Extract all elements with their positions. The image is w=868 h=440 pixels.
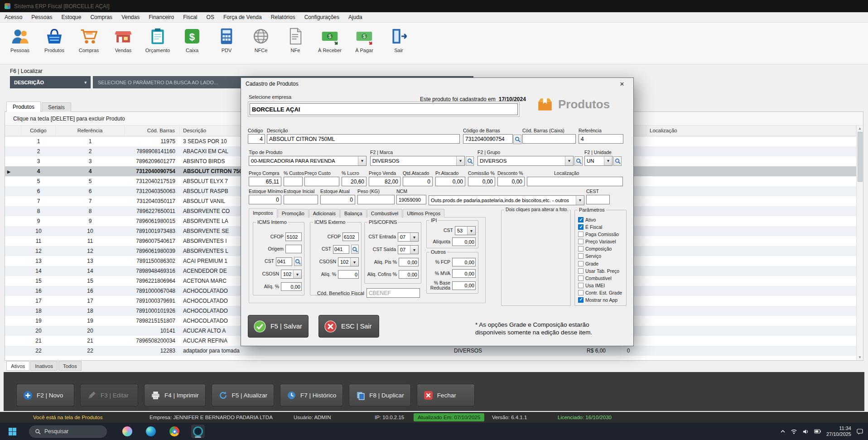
empresa-input[interactable] xyxy=(250,103,518,115)
icms-interno-aliq-input[interactable] xyxy=(281,282,302,291)
imprimir-button[interactable]: F4 | Imprimir xyxy=(144,384,206,406)
marca-select[interactable]: DIVERSOS xyxy=(370,156,465,166)
icms-externo-cst-input[interactable] xyxy=(333,245,349,254)
foto-box[interactable]: Dois cliques para alterar a foto. xyxy=(501,210,571,306)
tax-tab[interactable]: Ultimos Preços xyxy=(403,209,444,218)
checkbox[interactable] xyxy=(578,276,583,281)
cst-entrada-select[interactable]: 07 xyxy=(398,232,419,242)
atualizar-button[interactable]: F5 | Atualizar xyxy=(212,384,275,406)
sair-button[interactable]: ESC | Sair xyxy=(318,315,379,338)
table-row[interactable]: 22 22 12283 adaptador para tomada DIVERS… xyxy=(5,346,856,356)
icms-interno-origem-input[interactable] xyxy=(285,245,302,253)
chrome-icon[interactable] xyxy=(168,425,181,438)
menu-item[interactable]: Força de Venda xyxy=(219,12,266,22)
search-field-select[interactable]: DESCRIÇÃO ▾ xyxy=(10,76,91,88)
menu-item[interactable]: Acesso xyxy=(0,12,27,22)
tax-tab[interactable]: Impostos xyxy=(249,208,277,218)
cst-search-button[interactable] xyxy=(294,257,302,266)
menu-item[interactable]: Configurações xyxy=(300,12,344,22)
col-header-localizacao[interactable]: Localização xyxy=(646,126,856,136)
base-reduzida-input[interactable] xyxy=(452,281,476,290)
param-checkbox-row[interactable]: Ativo xyxy=(578,216,625,223)
param-checkbox-row[interactable]: Combustivel xyxy=(578,275,625,282)
tax-tab[interactable]: Adicionais xyxy=(309,209,340,218)
unidade-select[interactable]: UN xyxy=(584,156,612,166)
param-checkbox-row[interactable]: Contr. Est. Grade xyxy=(578,289,625,296)
aliq-pis-input[interactable] xyxy=(399,258,419,266)
volume-icon[interactable] xyxy=(802,428,809,435)
checkbox[interactable] xyxy=(578,246,583,251)
toolbar-pessoas[interactable]: Pessoas xyxy=(3,23,37,64)
checkbox[interactable] xyxy=(578,290,583,295)
menu-item[interactable]: Ajuda xyxy=(344,12,367,22)
view-tab[interactable]: Produtos xyxy=(6,102,41,112)
preco-compra-input[interactable] xyxy=(249,177,281,186)
toolbar-compras[interactable]: Compras xyxy=(72,23,106,64)
scroll-down-icon[interactable]: ▼ xyxy=(858,354,862,360)
param-checkbox-row[interactable]: Composição xyxy=(578,245,625,252)
icms-interno-cfop-input[interactable] xyxy=(285,232,302,241)
menu-item[interactable]: Estoque xyxy=(57,12,86,22)
barras-input[interactable] xyxy=(463,134,513,144)
barras-search-button[interactable] xyxy=(513,135,521,144)
menu-item[interactable]: Financeiro xyxy=(144,12,178,22)
filter-tab[interactable]: Todos xyxy=(58,361,82,371)
barras-caixa-input[interactable] xyxy=(522,134,576,144)
notifications-icon[interactable] xyxy=(856,428,863,435)
preco-venda-input[interactable] xyxy=(369,177,400,186)
erp-app-icon[interactable] xyxy=(191,425,205,438)
cest-input[interactable] xyxy=(586,195,610,204)
icms-interno-cst-input[interactable] xyxy=(276,257,292,266)
fcp-input[interactable] xyxy=(452,258,476,266)
ipi-cst-select[interactable]: 53 xyxy=(455,226,476,235)
custos-input[interactable] xyxy=(284,177,303,186)
grupo-select[interactable]: DIVERSOS xyxy=(477,156,574,166)
tax-tab[interactable]: Combustivel xyxy=(367,209,403,218)
view-tab[interactable]: Seriais xyxy=(42,102,71,112)
unidade-search-button[interactable] xyxy=(613,156,622,166)
start-button[interactable] xyxy=(5,425,19,438)
cst-search-button[interactable] xyxy=(351,245,359,254)
salvar-button[interactable]: F5 | Salvar xyxy=(248,315,309,338)
marca-search-button[interactable] xyxy=(466,156,474,166)
toolbar-a-receber[interactable]: $ À Receber xyxy=(313,23,347,64)
wifi-icon[interactable] xyxy=(791,428,797,435)
estoque-atual-input[interactable] xyxy=(320,195,355,204)
toolbar-caixa[interactable]: $ Caixa xyxy=(175,23,209,64)
historico-button[interactable]: F7 | Histórico xyxy=(280,384,343,406)
ncm-desc-select[interactable]: Outs.prods.de padaria,pastelaria,inds.de… xyxy=(429,195,584,205)
checkbox[interactable] xyxy=(578,268,583,274)
estoque-minimo-input[interactable] xyxy=(249,195,281,204)
icms-interno-csosn-select[interactable]: 102 xyxy=(281,270,302,279)
toolbar-sair[interactable]: Sair xyxy=(381,23,416,64)
peso-input[interactable] xyxy=(357,195,395,204)
toolbar-nfce[interactable]: NFCe xyxy=(244,23,278,64)
toolbar-orcamento[interactable]: Orçamento xyxy=(140,23,175,64)
dialog-close-button[interactable] xyxy=(615,81,629,87)
param-checkbox-row[interactable]: Preço Variavel xyxy=(578,238,625,245)
lucro-input[interactable] xyxy=(342,177,366,186)
estoque-inicial-input[interactable] xyxy=(284,195,318,204)
icms-externo-csosn-select[interactable]: 102 xyxy=(338,257,359,266)
toolbar-vendas[interactable]: Vendas xyxy=(106,23,140,64)
qtd-atacado-input[interactable] xyxy=(403,177,433,186)
toolbar-a-pagar[interactable]: $ À Pagar xyxy=(347,23,381,64)
menu-item[interactable]: Pessoas xyxy=(27,12,57,22)
beneficio-fiscal-input[interactable] xyxy=(366,288,420,298)
battery-icon[interactable] xyxy=(814,428,821,435)
scroll-up-icon[interactable]: ▲ xyxy=(858,126,862,131)
ipi-aliquota-input[interactable] xyxy=(452,237,476,246)
toolbar-produtos[interactable]: Produtos xyxy=(37,23,72,64)
comissao-input[interactable] xyxy=(468,177,495,186)
mva-input[interactable] xyxy=(452,269,476,278)
tax-tab[interactable]: Balança xyxy=(340,209,366,218)
taskbar-search[interactable]: Pesquisar xyxy=(29,425,107,438)
edge-icon[interactable] xyxy=(144,425,158,438)
ncm-input[interactable] xyxy=(396,195,426,204)
checkbox[interactable] xyxy=(578,232,583,237)
param-checkbox-row[interactable]: Usa IMEI xyxy=(578,282,625,289)
param-checkbox-row[interactable]: É Fiscal xyxy=(578,223,625,231)
menu-item[interactable]: Relatórios xyxy=(266,12,300,22)
duplicar-button[interactable]: F8 | Duplicar xyxy=(349,384,410,406)
col-header-barras[interactable]: Cód. Barras xyxy=(125,126,180,136)
